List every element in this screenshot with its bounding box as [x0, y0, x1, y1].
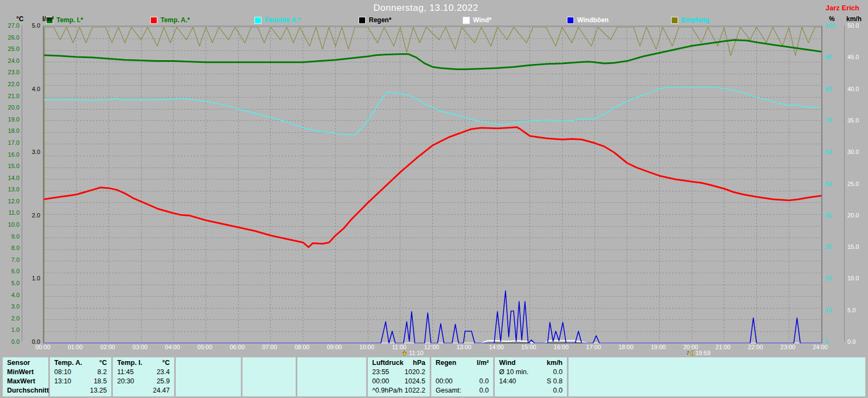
axis-tick-label: 10.0	[847, 275, 859, 281]
time-tick-label: 15:00	[521, 344, 537, 350]
time-tick-label: 19:00	[651, 344, 666, 350]
table-cell-value: 0.0	[553, 386, 563, 395]
table-cell-time: 08:10	[54, 368, 71, 377]
axis-tick-label: 25.0	[847, 181, 859, 187]
table-row-label: Durchschnitt	[7, 386, 49, 395]
axis-tick-label: 27.0	[3, 22, 20, 29]
axis-tick-label: 15.0	[3, 163, 20, 169]
time-tick-label: 07:00	[262, 344, 277, 350]
table-sensor-name: Temp. I.	[117, 358, 142, 368]
event-marker-1959: 19:59	[687, 350, 711, 356]
axis-tick-label: 7.0	[3, 256, 20, 263]
table-cell-time: 20:30	[117, 377, 134, 386]
event-marker-1110: 11:10	[401, 350, 424, 356]
time-tick-label: 17:00	[586, 344, 601, 350]
time-tick-label: 23:00	[781, 344, 796, 350]
axis-tick-label: 11.0	[3, 209, 20, 216]
time-tick-label: 24:00	[813, 344, 828, 350]
table-cell-value: 23.4	[157, 368, 170, 377]
table-empty-column	[297, 357, 366, 396]
axis-tick-label: 20.0	[3, 104, 20, 111]
axis-tick-label: 6.0	[3, 268, 20, 274]
axis-tick-label: 5.0	[25, 22, 40, 29]
chart-legend: Temp. I.*Temp. A.*Feuchte A.*Regen*Wind*…	[0, 16, 868, 24]
temp-axis-line	[22, 25, 22, 342]
legend-label: Feuchte A.*	[265, 16, 301, 24]
event-marker-time: 19:59	[695, 350, 711, 356]
table-cell-time: 11:45	[117, 368, 133, 377]
axis-tick-label: 18.0	[3, 127, 20, 134]
table-empty-column	[242, 357, 296, 396]
axis-tick-label: 26.0	[3, 34, 20, 41]
table-empty-column	[569, 357, 865, 396]
table-cell-time: Gesamt:	[436, 386, 461, 395]
legend-swatch-icon	[463, 17, 470, 24]
axis-tick-label: 50	[825, 181, 832, 187]
table-cell-time: 00:00	[436, 377, 452, 386]
rain-axis-unit: l/m²	[42, 15, 54, 23]
table-sensor-name: Regen	[436, 358, 456, 368]
axis-tick-label: 0.0	[3, 338, 20, 345]
table-row-label: MaxWert	[7, 377, 35, 386]
time-tick-label: 00:00	[35, 344, 50, 350]
legend-label: Temp. I.*	[56, 16, 83, 24]
axis-tick-label: 5.0	[847, 307, 856, 313]
table-cell-value: 24.47	[153, 386, 170, 395]
moonrise-marker-icon	[687, 350, 694, 356]
table-cell-value: 18.5	[94, 377, 107, 386]
axis-tick-label: 17.0	[3, 139, 20, 146]
legend-item-empfang: Empfang	[671, 16, 709, 24]
humidity-axis-unit: %	[829, 15, 835, 23]
station-owner-label: Jarz Erich	[826, 4, 859, 12]
feuchte-a--series-line	[44, 87, 821, 134]
axis-tick-label: 100	[825, 22, 835, 29]
legend-swatch-icon	[671, 17, 678, 24]
axis-tick-label: 23.0	[3, 69, 20, 75]
legend-label: Windböen	[577, 16, 609, 24]
event-marker-time: 11:10	[409, 350, 424, 356]
axis-tick-label: 1.0	[25, 275, 40, 281]
legend-item-regen-: Regen*	[359, 16, 391, 24]
time-tick-label: 06:00	[229, 344, 245, 350]
table-col-regen: Regenl/m²00:000.0Gesamt:0.0	[431, 357, 493, 396]
axis-tick-label: 3.0	[3, 303, 20, 310]
table-cell-time: 00:00	[372, 377, 389, 386]
legend-label: Regen*	[369, 16, 391, 24]
table-cell-value: 8.2	[98, 368, 107, 377]
legend-swatch-icon	[254, 17, 261, 24]
legend-swatch-icon	[359, 17, 366, 24]
time-tick-label: 16:00	[554, 344, 569, 350]
time-tick-label: 09:00	[327, 344, 342, 350]
legend-item-windboeen: Windböen	[567, 16, 609, 24]
axis-tick-label: 8.0	[3, 245, 20, 251]
axis-tick-label: 5.0	[3, 280, 20, 286]
axis-tick-label: 19.0	[3, 116, 20, 123]
time-tick-label: 10:00	[359, 344, 374, 350]
time-tick-label: 05:00	[197, 344, 213, 350]
time-tick-label: 02:00	[100, 344, 116, 350]
time-tick-label: 21:00	[716, 344, 731, 350]
axis-tick-label: 1.0	[3, 326, 20, 333]
table-col-temp-i-: Temp. I.°C11:4523.420:3025.924.47	[113, 357, 174, 396]
axis-tick-label: 4.0	[25, 86, 40, 92]
axis-tick-label: 40	[825, 212, 832, 219]
axis-tick-label: 50.0	[847, 22, 859, 29]
weather-station-app: Donnerstag, 13.10.2022 Jarz Erich Temp. …	[0, 0, 868, 398]
axis-tick-label: 45.0	[847, 54, 859, 60]
table-sensor-name: Luftdruck	[372, 358, 404, 368]
table-cell-value: 1020.2	[405, 368, 425, 377]
table-col-luftdruck: LuftdruckhPa23:551020.200:001024.5^0.9hP…	[368, 357, 430, 396]
page-title: Donnerstag, 13.10.2022	[0, 3, 852, 14]
axis-tick-label: 40.0	[847, 86, 859, 92]
axis-tick-label: 10.0	[3, 221, 20, 228]
legend-swatch-icon	[150, 17, 157, 24]
axis-tick-label: 20.0	[847, 212, 859, 219]
axis-tick-label: 14.0	[3, 175, 20, 181]
axis-tick-label: 22.0	[3, 81, 20, 87]
axis-tick-label: 21.0	[3, 93, 20, 99]
table-cell-value: 0.0	[480, 377, 489, 386]
axis-tick-label: 30	[825, 243, 832, 250]
axis-tick-label: 2.0	[25, 212, 40, 219]
legend-swatch-icon	[567, 17, 574, 24]
axis-tick-label: 25.0	[3, 46, 20, 52]
